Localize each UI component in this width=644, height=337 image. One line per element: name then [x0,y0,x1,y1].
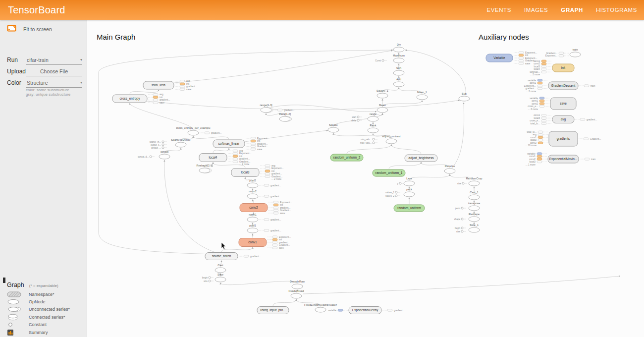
graph-node-norm2[interactable]: norm2gradient... [247,190,281,199]
svg-text:delta: delta [351,119,356,122]
svg-text:Cast: Cast [217,264,223,267]
svg-text:Exponent...: Exponent... [545,55,557,57]
graph-node-transpose[interactable]: transposeperm [455,202,480,211]
svg-text:... 2 more: ... 2 more [239,163,250,166]
graph-node-rank12[interactable]: Rank[1-2] [279,112,292,121]
svg-text:Less: Less [406,177,412,180]
graph-node-norm1[interactable]: norm1gradient... [247,213,281,222]
graph-node-square[interactable]: Square [328,123,339,132]
legend-rows: Namespace*OpNodeUnconnected series*Conne… [7,290,80,337]
graph-node-range_op[interactable]: rangestartdelta [351,112,378,122]
fit-to-screen-label[interactable]: Fit to screen [23,26,52,32]
svg-text:Cast_1: Cast_1 [470,191,478,194]
svg-text:init: init [279,238,282,241]
run-select[interactable]: cifar-train▾ [26,56,82,65]
graph-node-softmax_linear[interactable]: softmax_linearExponent...initgradient...… [213,137,269,151]
graph-node-local3[interactable]: local3avgExponent...initgradient...Gradi… [231,165,283,181]
graph-node-concat[interactable]: concatconcat_d... [138,150,170,159]
graph-node-rank[interactable]: Rank [368,124,378,133]
svg-text:... 1 more: ... 1 more [526,164,536,166]
svg-text:gradient...: gradient... [270,184,281,187]
app-navbar: TensorBoard EVENTSIMAGESGRAPHHISTOGRAMS [0,0,644,20]
constant-icon [7,322,24,328]
graph-node-square_1[interactable]: Square_1 [376,89,388,98]
graph-node-slice_1[interactable]: Slice_1beginsize [455,224,480,233]
graph-node-reshape_r[interactable]: Reshapeshape [454,213,480,222]
graph-node-decoderaw[interactable]: DecodeRaw [290,280,305,289]
graph-node-mean_1[interactable]: Mean_1 [417,91,428,100]
graph-node-aux_gradientdescent[interactable]: GradientDescenttrainvariableconv1Exponen… [524,79,595,93]
svg-text:save: save [279,247,284,249]
graph-node-shuffle_batch[interactable]: shuffle_batchgradient... [205,253,261,260]
svg-text:gradients: gradients [557,137,570,141]
graph-node-conv2[interactable]: conv2Exponent...initgradient...Gradient.… [240,201,292,215]
fit-to-screen-icon[interactable] [7,25,16,34]
graph-node-sqrt[interactable]: Sqrt [393,66,404,75]
graph-node-add[interactable]: Add [393,78,404,87]
graph-node-exponentialdecay[interactable]: ExponentialDecaygradient...variable [328,307,404,314]
graph-node-cast_1[interactable]: Cast_1 [469,191,480,200]
graph-node-aux_save[interactable]: savevariableconv1conv2cross_e...... 3 mo… [528,97,576,111]
svg-text:conv2: conv2 [534,62,540,65]
graph-node-less[interactable]: Lessy [397,177,415,186]
graph-node-reshape13[interactable]: Reshape[1-3] [196,164,213,173]
svg-text:save: save [280,212,285,215]
color-select[interactable]: Structure▾ [26,79,82,88]
graph-node-conv1[interactable]: conv1Exponent...initgradient...Gradient.… [239,236,291,249]
scroll-notch-icon [3,278,5,283]
graph-node-slice[interactable]: Slicebeginsize [202,273,226,282]
graph-node-aux_gradients[interactable]: gradientsGradient...total_lo...avgconv1l… [525,131,601,147]
graph-node-aux_variable[interactable]: VariableExponent...initExponent...Gradie… [486,52,537,65]
graph-node-cep[interactable]: cross_entropy_per_examplegradient... [176,126,221,135]
graph-node-reverse[interactable]: Reverse [444,165,455,173]
svg-text:sparse_in...: sparse_in... [150,141,161,143]
svg-text:... 2 more: ... 2 more [271,178,282,180]
graph-node-total_loss[interactable]: total_lossavginitgradient...save [143,80,197,91]
graph-node-aux_ema[interactable]: ExponentialMovin...trainvariableconv1con… [526,153,596,166]
svg-text:local3: local3 [241,170,250,174]
svg-text:Gradient...: Gradient... [590,138,601,140]
graph-node-aux_init[interactable]: initconv1conv2local3local4softmax...... … [530,60,574,76]
svg-text:gradient...: gradient... [284,109,294,112]
svg-text:avg: avg [186,80,190,82]
svg-text:conv1: conv1 [530,82,536,84]
svg-text:random_uniform_2: random_uniform_2 [333,156,361,160]
graph-node-aux_avg[interactable]: avggradient...conv1local3cross_e...total… [530,114,597,125]
choose-file-button[interactable]: Choose File [26,67,82,76]
graph-node-readerread[interactable]: ReaderRead [288,289,304,298]
graph-node-pack[interactable]: packvalues_1values_2 [385,188,415,197]
svg-text:init: init [280,204,283,206]
graph-node-local4[interactable]: local4avgExponent...initgradient...Gradi… [199,150,251,166]
legend-label: Constant [29,322,47,327]
graph-node-using_input[interactable]: using_input_pro... [257,307,289,314]
svg-text:init: init [257,140,261,142]
graph-node-div[interactable]: Div [393,43,404,52]
graph-node-pool1[interactable]: pool1gradient... [247,224,281,233]
graph-node-sub[interactable]: Sub [459,92,470,101]
graph-node-random_uniform_1[interactable]: random_uniform_1 [373,169,405,176]
tab-events[interactable]: EVENTS [486,7,511,13]
graph-node-aux_train[interactable]: trainGradient...Exponent... [545,48,581,57]
graph-node-sparsetodense[interactable]: SparseToDensesparse_in...output_s...defa… [150,138,191,149]
svg-text:gradient...: gradient... [270,229,281,232]
graph-node-random_uniform[interactable]: random_uniform [394,205,425,212]
svg-text:Variable: Variable [493,56,505,59]
svg-text:... 10 more: ... 10 more [525,144,537,147]
graph-node-cast[interactable]: Cast [215,264,226,273]
svg-text:begin: begin [202,277,208,279]
graph-node-adjust_brightness[interactable]: adjust_brightness [405,155,437,162]
graph-node-mean[interactable]: Mean [377,104,388,112]
graph-node-randomcrop[interactable]: RandomCropsize [457,177,482,186]
graph-node-random_uniform_2[interactable]: random_uniform_2 [330,154,363,161]
graph-node-cross_entropy[interactable]: cross_entropyavginitgradient...save [112,93,170,104]
graph-canvas[interactable]: DivMaximumConstSqrtAddSquare_1Mean_1SubM… [0,0,644,337]
svg-text:gradient...: gradient... [270,195,281,198]
svg-text:range[1-3]: range[1-3] [260,104,272,107]
tab-images[interactable]: IMAGES [524,7,548,13]
tab-histograms[interactable]: HISTOGRAMS [596,7,637,13]
tab-graph[interactable]: GRAPH [561,7,583,13]
svg-text:local3: local3 [530,139,537,141]
graph-node-maximum[interactable]: MaximumConst [375,54,405,63]
svg-text:train: train [591,158,596,161]
svg-text:ReaderRead: ReaderRead [288,289,304,292]
